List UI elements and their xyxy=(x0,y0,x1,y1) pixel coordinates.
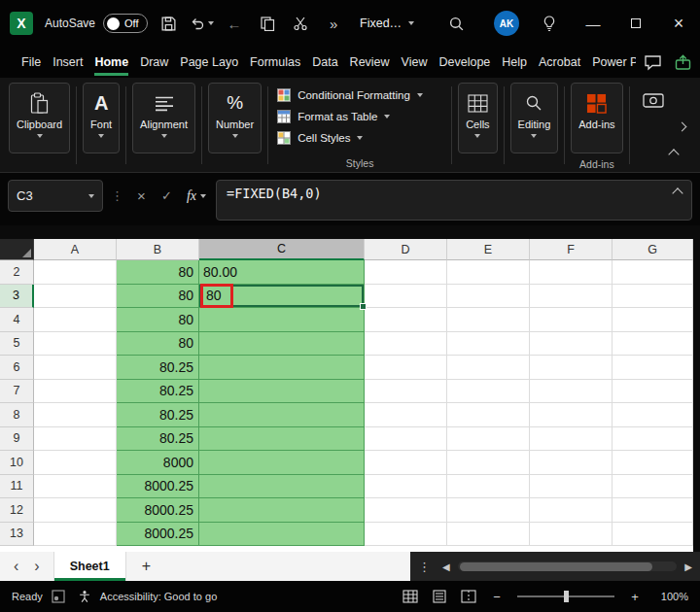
menu-tab-review[interactable]: Review xyxy=(344,47,396,78)
copy-button[interactable] xyxy=(255,7,280,40)
comments-button[interactable] xyxy=(644,54,662,71)
cell-C4[interactable] xyxy=(199,308,365,332)
menu-tab-develope[interactable]: Develope xyxy=(433,47,496,78)
cell-D9[interactable] xyxy=(365,427,447,452)
horizontal-scrollbar[interactable] xyxy=(458,561,678,571)
cell-D10[interactable] xyxy=(365,451,447,475)
row-header-10[interactable]: 10 xyxy=(0,451,34,475)
cell-C3[interactable]: 80 xyxy=(199,285,365,309)
cell-B4[interactable]: 80 xyxy=(117,308,199,332)
menu-tab-acrobat[interactable]: Acrobat xyxy=(533,47,586,78)
name-box[interactable]: C3 xyxy=(8,180,103,212)
cell-E7[interactable] xyxy=(447,380,530,404)
font-button[interactable]: A Font xyxy=(83,83,120,153)
expand-formula-bar-icon[interactable] xyxy=(672,187,682,198)
cell-F11[interactable] xyxy=(530,475,612,499)
column-header-D[interactable]: D xyxy=(365,239,447,260)
cell-A2[interactable] xyxy=(34,260,117,285)
cell-E6[interactable] xyxy=(447,356,530,380)
cell-G11[interactable] xyxy=(612,475,693,499)
row-header-4[interactable]: 4 xyxy=(0,308,34,332)
cell-C7[interactable] xyxy=(199,380,365,404)
cell-C6[interactable] xyxy=(199,356,365,380)
cell-D12[interactable] xyxy=(365,498,447,523)
cell-E3[interactable] xyxy=(447,285,530,309)
cell-F13[interactable] xyxy=(530,523,612,547)
menu-tab-page-layo[interactable]: Page Layo xyxy=(174,47,244,78)
column-header-B[interactable]: B xyxy=(117,239,199,260)
cell-B2[interactable]: 80 xyxy=(117,260,199,285)
cell-A8[interactable] xyxy=(34,403,117,427)
maximize-button[interactable] xyxy=(614,0,657,47)
cell-C12[interactable] xyxy=(199,498,365,523)
row-header-6[interactable]: 6 xyxy=(0,356,34,380)
more-commands-button[interactable]: » xyxy=(321,7,346,40)
minimize-button[interactable]: — xyxy=(572,0,614,47)
close-button[interactable]: × xyxy=(657,0,700,47)
row-header-5[interactable]: 5 xyxy=(0,332,34,357)
number-button[interactable]: % Number xyxy=(208,83,262,153)
cell-G5[interactable] xyxy=(612,332,693,357)
cell-D7[interactable] xyxy=(365,380,447,404)
cut-button[interactable] xyxy=(288,7,313,40)
row-header-3[interactable]: 3 xyxy=(0,285,34,309)
cell-A6[interactable] xyxy=(34,356,117,380)
menu-tab-file[interactable]: File xyxy=(16,47,47,78)
menu-tab-draw[interactable]: Draw xyxy=(134,47,174,78)
cell-D6[interactable] xyxy=(365,356,447,380)
scroll-right-button[interactable]: ▶ xyxy=(684,561,692,572)
cell-A5[interactable] xyxy=(34,332,117,357)
cell-C11[interactable] xyxy=(199,475,365,499)
cell-F2[interactable] xyxy=(530,260,612,285)
cell-F8[interactable] xyxy=(530,403,612,427)
cell-E9[interactable] xyxy=(447,427,530,452)
cell-B5[interactable]: 80 xyxy=(117,332,199,357)
row-header-13[interactable]: 13 xyxy=(0,523,34,547)
cell-A9[interactable] xyxy=(34,427,117,452)
insert-function-button[interactable]: fx xyxy=(182,180,211,212)
menu-tab-view[interactable]: View xyxy=(396,47,434,78)
clipboard-button[interactable]: Clipboard xyxy=(9,83,70,153)
cell-F6[interactable] xyxy=(530,356,612,380)
cells-button[interactable]: Cells xyxy=(458,83,497,153)
cell-G8[interactable] xyxy=(612,403,693,427)
cell-D2[interactable] xyxy=(365,260,447,285)
cell-G13[interactable] xyxy=(612,523,693,547)
editing-button[interactable]: Editing xyxy=(510,83,559,153)
cell-D8[interactable] xyxy=(365,403,447,427)
tab-options-icon[interactable]: ⋮ xyxy=(418,560,435,574)
cell-A10[interactable] xyxy=(34,451,117,475)
row-header-12[interactable]: 12 xyxy=(0,498,34,523)
column-header-G[interactable]: G xyxy=(612,239,693,260)
cell-B10[interactable]: 8000 xyxy=(117,451,199,475)
format-as-table-button[interactable]: Format as Table xyxy=(273,108,446,125)
cell-D5[interactable] xyxy=(365,332,447,357)
cell-F5[interactable] xyxy=(530,332,612,357)
confirm-entry-button[interactable]: ✓ xyxy=(157,180,177,212)
menu-tab-insert[interactable]: Insert xyxy=(47,47,88,78)
cell-E8[interactable] xyxy=(447,403,530,427)
cell-G3[interactable] xyxy=(612,285,693,309)
share-button[interactable] xyxy=(674,54,692,71)
collapse-ribbon-button[interactable] xyxy=(663,151,684,166)
cell-B13[interactable]: 8000.25 xyxy=(117,523,199,547)
cell-A7[interactable] xyxy=(34,380,117,404)
new-sheet-button[interactable]: + xyxy=(126,552,166,581)
cell-C10[interactable] xyxy=(199,451,365,475)
cell-C5[interactable] xyxy=(199,332,365,357)
cell-B8[interactable]: 80.25 xyxy=(117,403,199,427)
redo-button[interactable]: ← xyxy=(222,7,247,40)
cell-A3[interactable] xyxy=(34,285,117,309)
column-header-A[interactable]: A xyxy=(34,239,117,260)
cell-E5[interactable] xyxy=(447,332,530,357)
cell-A11[interactable] xyxy=(34,475,117,499)
alignment-button[interactable]: Alignment xyxy=(132,83,195,153)
row-header-2[interactable]: 2 xyxy=(0,260,34,285)
cell-E4[interactable] xyxy=(447,308,530,332)
menu-tab-home[interactable]: Home xyxy=(88,47,134,78)
cell-A12[interactable] xyxy=(34,498,117,523)
macro-record-button[interactable] xyxy=(52,590,65,603)
cancel-entry-button[interactable]: × xyxy=(131,180,152,212)
cell-E12[interactable] xyxy=(447,498,530,523)
cell-B9[interactable]: 80.25 xyxy=(117,427,199,452)
